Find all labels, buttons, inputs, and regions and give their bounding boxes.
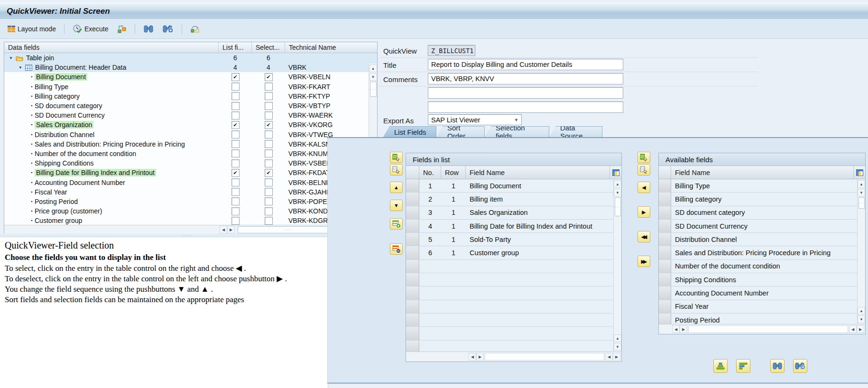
row-selector[interactable] (406, 300, 419, 313)
column-header-technical-name[interactable]: Technical Name (285, 42, 377, 53)
row-selector[interactable] (406, 233, 419, 246)
select-all-rows-button[interactable] (390, 152, 403, 163)
quickview-field[interactable]: Z_BILLCUST1 (428, 45, 475, 56)
sort-ascending-button[interactable] (713, 359, 728, 373)
tree-row-billing-header[interactable]: Billing Document: Header Data 4 4 VBRK (4, 63, 377, 72)
remove-all-fields-button[interactable]: ▶▶ (637, 256, 650, 267)
deselect-all-available-button[interactable] (637, 164, 650, 176)
list-row-empty[interactable] (406, 260, 621, 273)
scroll-right-button[interactable] (857, 325, 864, 333)
selection-checkbox[interactable] (265, 188, 273, 196)
column-header-selection[interactable]: Select... (252, 42, 285, 53)
tree-row-table-join[interactable]: Table join 6 6 (4, 53, 377, 63)
available-row[interactable]: Posting Period (659, 314, 865, 324)
scroll-up-button[interactable] (858, 307, 865, 314)
scrollbar-thumb[interactable] (859, 197, 865, 209)
list-field-checkbox[interactable] (231, 102, 240, 110)
selection-checkbox[interactable] (265, 83, 273, 91)
list-row[interactable]: 41Billing Date for Billing Index and Pri… (406, 220, 621, 233)
column-config-button[interactable] (610, 166, 621, 179)
row-selector[interactable] (659, 179, 671, 192)
tree-row-field[interactable]: Shipping Conditions VBRK-VSBED (4, 158, 377, 168)
list-row-empty[interactable] (406, 300, 621, 314)
selection-checkbox[interactable] (265, 121, 273, 129)
selection-checkbox[interactable] (265, 178, 273, 186)
tree-row-field[interactable]: Sales and Distribution: Pricing Procedur… (4, 139, 377, 149)
row-selector[interactable] (659, 233, 671, 246)
tree-row-field[interactable]: Number of the document condition VBRK-KN… (4, 149, 377, 158)
available-row[interactable]: SD document category (659, 206, 865, 220)
comments-field-3[interactable] (428, 102, 623, 113)
list-field-checkbox[interactable] (231, 217, 240, 225)
tree-row-field[interactable]: Fiscal Year VBRK-GJAHR (4, 187, 377, 197)
scroll-right-button[interactable] (613, 353, 620, 360)
comments-field[interactable]: VBRK, VBRP, KNVV (428, 73, 623, 84)
scroll-right-button[interactable] (680, 325, 687, 333)
scroll-left-button[interactable] (605, 353, 613, 360)
row-selector[interactable] (659, 273, 671, 286)
selection-checkbox[interactable] (265, 159, 273, 167)
tree-row-field[interactable]: Billing Document VBRK-VBELN (4, 72, 377, 82)
scroll-up-button[interactable] (858, 180, 865, 188)
list-field-checkbox[interactable] (231, 197, 240, 205)
list-field-checkbox[interactable] (231, 83, 240, 91)
scrollbar-track[interactable] (485, 353, 604, 360)
column-header-no[interactable]: No. (419, 166, 441, 179)
tree-row-field[interactable]: Accounting Document Number VBRK-BELNR (4, 177, 377, 187)
list-row-empty[interactable] (406, 341, 621, 351)
list-vertical-scrollbar[interactable] (613, 179, 621, 351)
scroll-left-button[interactable] (469, 353, 476, 360)
selection-checkbox[interactable] (265, 217, 273, 225)
list-horizontal-scrollbar[interactable] (406, 351, 621, 361)
row-selector[interactable] (659, 314, 671, 324)
tree-row-field[interactable]: Distribution Channel VBRK-VTWEG (4, 130, 377, 139)
insert-line-button[interactable] (390, 218, 403, 230)
tree-row-field[interactable]: SD Document Currency VBRK-WAERK (4, 111, 377, 120)
row-selector[interactable] (406, 260, 419, 273)
tree-row-field[interactable]: Price group (customer) VBRK-KONDA (4, 206, 377, 216)
scroll-up-button[interactable] (614, 334, 621, 342)
list-field-checkbox[interactable] (231, 159, 240, 167)
list-field-checkbox[interactable] (231, 149, 240, 157)
add-all-fields-button[interactable]: ◀◀ (637, 231, 650, 242)
available-row[interactable]: SD Document Currency (659, 220, 865, 233)
list-row[interactable]: 61Customer group (406, 246, 621, 259)
tab-selection-fields[interactable]: Selection fields (485, 126, 549, 137)
selection-checkbox[interactable] (265, 149, 273, 157)
list-row-empty[interactable] (406, 286, 621, 300)
column-header-field-name[interactable]: Field Name (671, 166, 854, 179)
list-row[interactable]: 21Billing item (406, 193, 621, 206)
tree-row-field[interactable]: Billing category VBRK-FKTYP (4, 92, 377, 101)
list-row-empty[interactable] (406, 327, 621, 340)
column-header-data-fields[interactable]: Data fields (4, 42, 219, 53)
selection-checkbox[interactable] (265, 197, 273, 205)
tree-row-field[interactable]: Posting Period VBRK-POPER (4, 197, 377, 206)
selection-checkbox[interactable] (265, 207, 273, 215)
selection-checkbox[interactable] (265, 73, 273, 81)
select-all-available-button[interactable] (637, 152, 650, 163)
list-field-checkbox[interactable] (231, 178, 240, 186)
available-horizontal-scrollbar[interactable] (659, 324, 865, 334)
column-header-field-name[interactable]: Field Name (466, 166, 610, 179)
delete-line-button[interactable] (390, 243, 403, 255)
expander-icon[interactable] (9, 56, 16, 60)
scroll-left-button[interactable] (672, 325, 680, 333)
list-row-empty[interactable] (406, 273, 621, 286)
available-row[interactable]: Accounting Document Number (659, 286, 865, 300)
list-field-checkbox[interactable] (231, 169, 240, 177)
row-selector[interactable] (406, 220, 419, 232)
row-selector[interactable] (406, 246, 419, 259)
row-selector[interactable] (406, 206, 419, 219)
list-field-checkbox[interactable] (231, 92, 240, 100)
scrollbar-thumb[interactable] (370, 82, 377, 97)
list-field-checkbox[interactable] (231, 111, 240, 120)
find-button[interactable] (140, 23, 157, 35)
selector-column-header[interactable] (659, 166, 671, 179)
list-field-checkbox[interactable] (231, 140, 240, 148)
selection-checkbox[interactable] (265, 102, 273, 110)
row-selector[interactable] (406, 314, 419, 326)
list-field-checkbox[interactable] (231, 207, 240, 215)
list-row-empty[interactable] (406, 314, 621, 327)
scroll-left-button[interactable] (849, 325, 857, 333)
row-selector[interactable] (659, 220, 671, 232)
